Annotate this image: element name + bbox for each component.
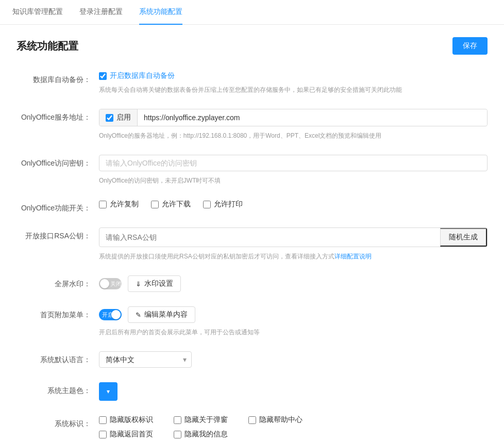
onlyoffice-url-inline: 启用 — [99, 109, 488, 126]
hide-help-label[interactable]: 隐藏帮助中心 — [248, 415, 303, 425]
theme-color-label: 系统主题色： — [16, 382, 99, 396]
default-lang-row: 系统默认语言： 简体中文 English ▾ — [16, 351, 488, 368]
watermark-toggle-thumb — [100, 279, 109, 288]
home-menu-toggle-track[interactable]: 开启 — [99, 309, 122, 320]
rsa-detail-link[interactable]: 详细配置说明 — [334, 253, 372, 260]
page-title: 系统功能配置 — [16, 39, 78, 53]
rsa-input[interactable] — [99, 230, 440, 245]
watermark-toggle-label: 关闭 — [110, 280, 122, 288]
hide-help-text: 隐藏帮助中心 — [259, 415, 303, 425]
db-backup-row: 数据库自动备份： 开启数据库自动备份 系统每天会自动将关键的数据表备份并压缩上传… — [16, 71, 488, 94]
page-header: 系统功能配置 保存 — [16, 37, 488, 55]
hide-about-checkbox[interactable] — [174, 416, 181, 424]
home-menu-edit-label: 编辑菜单内容 — [144, 310, 188, 319]
onlyoffice-features-checkboxes: 允许复制 允许下载 允许打印 — [99, 200, 488, 209]
edit-icon: ✎ — [136, 311, 141, 319]
home-menu-edit-button[interactable]: ✎ 编辑菜单内容 — [128, 306, 195, 323]
tab-login[interactable]: 登录注册配置 — [79, 0, 123, 25]
onlyoffice-enable-checkbox[interactable] — [106, 114, 113, 122]
hide-copyright-checkbox[interactable] — [99, 416, 107, 424]
onlyoffice-features-row: OnlyOffice功能开关： 允许复制 允许下载 允许打印 — [16, 200, 488, 213]
onlyoffice-enable-section: 启用 — [99, 109, 138, 126]
watermark-row: 全屏水印： 关闭 ⇓ 水印设置 — [16, 275, 488, 292]
watermark-control: 关闭 ⇓ 水印设置 — [99, 275, 488, 292]
onlyoffice-key-control: OnlyOffice的访问密钥，未开启JWT时可不填 — [99, 155, 488, 185]
hide-copyright-label[interactable]: 隐藏版权标识 — [99, 415, 153, 425]
onlyoffice-url-label: OnlyOffice服务地址： — [16, 109, 99, 122]
hide-home-label[interactable]: 隐藏返回首页 — [99, 430, 153, 439]
watermark-settings-label: 水印设置 — [144, 279, 173, 288]
onlyoffice-key-label: OnlyOffice访问密钥： — [16, 155, 99, 168]
main-content: 系统功能配置 保存 数据库自动备份： 开启数据库自动备份 系统每天会自动将关键的… — [0, 25, 504, 440]
home-menu-control: 开启 ✎ 编辑菜单内容 开启后所有用户的首页会展示此菜单，可用于公告或通知等 — [99, 306, 488, 337]
rsa-input-group: 随机生成 — [99, 227, 488, 247]
onlyoffice-features-control: 允许复制 允许下载 允许打印 — [99, 200, 488, 209]
allow-print-checkbox[interactable] — [203, 201, 211, 208]
onlyoffice-key-hint: OnlyOffice的访问密钥，未开启JWT时可不填 — [99, 176, 488, 185]
nav-tabs: 知识库管理配置 登录注册配置 系统功能配置 — [0, 0, 504, 25]
default-lang-select[interactable]: 简体中文 English — [99, 351, 192, 368]
default-lang-select-wrapper: 简体中文 English ▾ — [99, 351, 192, 368]
rsa-hint-text: 系统提供的开放接口须使用此RSA公钥对应的私钥加密后才可访问，查看详细接入方式 — [99, 253, 334, 260]
allow-copy-text: 允许复制 — [110, 200, 139, 209]
hide-copyright-text: 隐藏版权标识 — [110, 415, 153, 425]
system-logo-row2: 隐藏返回首页 隐藏我的信息 — [99, 430, 488, 439]
home-menu-toggle-thumb — [111, 310, 121, 319]
system-logo-label: 系统标识： — [16, 415, 99, 429]
home-menu-label: 首页附加菜单： — [16, 306, 99, 320]
system-logo-control: 隐藏版权标识 隐藏关于弹窗 隐藏帮助中心 — [99, 415, 488, 439]
db-backup-checkbox-text: 开启数据库自动备份 — [110, 71, 175, 80]
hide-info-checkbox[interactable] — [174, 431, 181, 438]
watermark-toggle-track[interactable]: 关闭 — [99, 278, 122, 289]
allow-copy-label[interactable]: 允许复制 — [99, 200, 139, 209]
watermark-settings-button[interactable]: ⇓ 水印设置 — [128, 275, 181, 292]
allow-copy-checkbox[interactable] — [99, 201, 107, 208]
allow-download-label[interactable]: 允许下载 — [151, 200, 191, 209]
theme-color-control: ▾ — [99, 382, 488, 401]
allow-print-text: 允许打印 — [214, 200, 243, 209]
hide-about-label[interactable]: 隐藏关于弹窗 — [174, 415, 228, 425]
system-logo-row: 系统标识： 隐藏版权标识 隐藏关于弹窗 隐 — [16, 415, 488, 439]
theme-color-swatch[interactable]: ▾ — [99, 382, 117, 401]
home-menu-row: 首页附加菜单： 开启 ✎ 编辑菜单内容 开启后所有用户的首页会展示此菜单，可用于… — [16, 306, 488, 337]
onlyoffice-enable-text: 启用 — [116, 113, 131, 122]
allow-download-text: 允许下载 — [162, 200, 191, 209]
onlyoffice-key-input[interactable] — [99, 155, 488, 171]
tab-knowledge[interactable]: 知识库管理配置 — [12, 0, 63, 25]
watermark-icon: ⇓ — [136, 280, 141, 288]
tab-system[interactable]: 系统功能配置 — [139, 0, 182, 25]
db-backup-checkbox-label[interactable]: 开启数据库自动备份 — [99, 71, 488, 80]
rsa-key-control: 随机生成 系统提供的开放接口须使用此RSA公钥对应的私钥加密后才可访问，查看详细… — [99, 227, 488, 261]
hide-info-text: 隐藏我的信息 — [184, 430, 228, 439]
db-backup-control: 开启数据库自动备份 系统每天会自动将关键的数据表备份并压缩上传至您配置的存储服务… — [99, 71, 488, 94]
hide-about-text: 隐藏关于弹窗 — [184, 415, 228, 425]
onlyoffice-url-input[interactable] — [138, 110, 487, 125]
onlyoffice-url-row: OnlyOffice服务地址： 启用 OnlyOffice的服务器地址，例：ht… — [16, 109, 488, 140]
db-backup-checkbox[interactable] — [99, 72, 107, 80]
onlyoffice-url-hint: OnlyOffice的服务器地址，例：http://192.168.0.1:80… — [99, 132, 488, 140]
system-logo-checkboxes: 隐藏版权标识 隐藏关于弹窗 隐藏帮助中心 — [99, 415, 488, 439]
onlyoffice-features-label: OnlyOffice功能开关： — [16, 200, 99, 213]
hide-help-checkbox[interactable] — [248, 416, 256, 424]
hide-home-text: 隐藏返回首页 — [110, 430, 153, 439]
db-backup-label: 数据库自动备份： — [16, 71, 99, 85]
onlyoffice-url-control: 启用 OnlyOffice的服务器地址，例：http://192.168.0.1… — [99, 109, 488, 140]
watermark-label: 全屏水印： — [16, 275, 99, 289]
theme-color-row: 系统主题色： ▾ — [16, 382, 488, 401]
form-section: 数据库自动备份： 开启数据库自动备份 系统每天会自动将关键的数据表备份并压缩上传… — [16, 71, 488, 439]
system-logo-row1: 隐藏版权标识 隐藏关于弹窗 隐藏帮助中心 — [99, 415, 488, 425]
watermark-toggle[interactable]: 关闭 — [99, 278, 122, 289]
hide-home-checkbox[interactable] — [99, 431, 107, 438]
hide-info-label[interactable]: 隐藏我的信息 — [174, 430, 228, 439]
rsa-generate-button[interactable]: 随机生成 — [440, 228, 487, 247]
home-menu-toggle[interactable]: 开启 — [99, 309, 122, 320]
onlyoffice-key-row: OnlyOffice访问密钥： OnlyOffice的访问密钥，未开启JWT时可… — [16, 155, 488, 185]
default-lang-label: 系统默认语言： — [16, 351, 99, 365]
home-menu-hint: 开启后所有用户的首页会展示此菜单，可用于公告或通知等 — [99, 328, 488, 337]
allow-download-checkbox[interactable] — [151, 201, 159, 208]
save-button[interactable]: 保存 — [452, 37, 488, 55]
chevron-down-icon: ▾ — [107, 388, 110, 395]
allow-print-label[interactable]: 允许打印 — [203, 200, 243, 209]
default-lang-control: 简体中文 English ▾ — [99, 351, 488, 368]
db-backup-hint: 系统每天会自动将关键的数据表备份并压缩上传至您配置的存储服务中，如果已有足够的安… — [99, 86, 488, 94]
